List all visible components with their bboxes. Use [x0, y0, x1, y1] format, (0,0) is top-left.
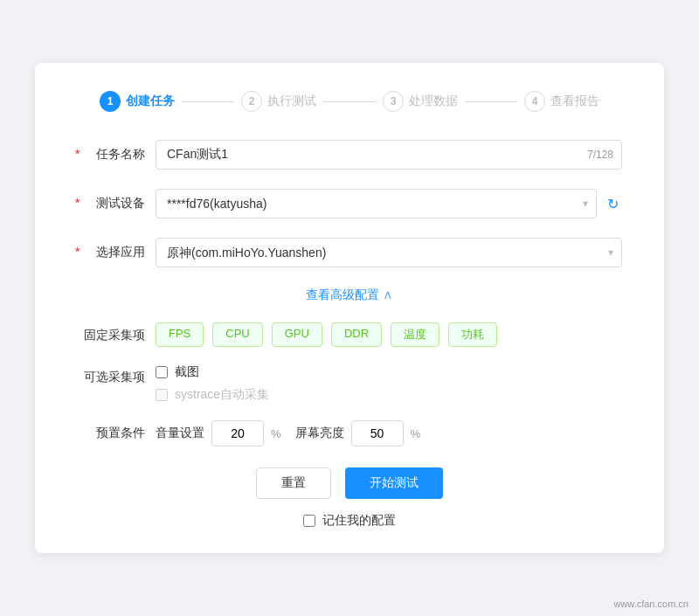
task-name-label: 任务名称 — [77, 147, 156, 163]
tag-ddr: DDR — [331, 322, 382, 347]
screenshot-label: 截图 — [175, 364, 199, 380]
volume-label: 音量设置 — [156, 426, 204, 441]
step-2: 2 执行测试 — [241, 91, 316, 112]
step-3-label: 处理数据 — [409, 93, 458, 109]
tag-temperature: 温度 — [391, 322, 439, 347]
tag-gpu: GPU — [272, 322, 322, 347]
step-1-circle: 1 — [100, 91, 121, 112]
device-control: ****fd76(katyusha) ▾ — [156, 189, 597, 218]
preset-label: 预置条件 — [77, 420, 156, 441]
app-row: 选择应用 原神(com.miHoYo.Yuanshen) ▾ — [77, 238, 622, 267]
systrace-label: systrace自动采集 — [175, 387, 269, 403]
app-control: 原神(com.miHoYo.Yuanshen) ▾ — [156, 238, 622, 267]
volume-unit: % — [271, 427, 281, 440]
app-select[interactable]: 原神(com.miHoYo.Yuanshen) — [156, 238, 622, 267]
stepper: 1 创建任务 2 执行测试 3 处理数据 4 查看报告 — [77, 91, 622, 112]
watermark: www.cfan.com.cn — [613, 599, 689, 609]
step-2-label: 执行测试 — [267, 93, 316, 109]
start-test-button[interactable]: 开始测试 — [345, 467, 443, 499]
optional-collection-label: 可选采集项 — [77, 364, 156, 385]
step-4: 4 查看报告 — [524, 91, 599, 112]
screenshot-checkbox[interactable] — [156, 366, 168, 378]
main-card: 1 创建任务 2 执行测试 3 处理数据 4 查看报告 任务名称 7/128 — [35, 63, 664, 553]
systrace-checkbox — [156, 389, 168, 401]
app-label: 选择应用 — [77, 245, 156, 260]
step-line-1 — [182, 101, 234, 102]
brightness-input[interactable] — [351, 420, 404, 446]
brightness-unit: % — [411, 427, 421, 440]
task-name-char-count: 7/128 — [587, 149, 613, 161]
screenshot-checkbox-row: 截图 — [156, 364, 269, 380]
step-4-label: 查看报告 — [550, 93, 599, 109]
step-line-2 — [323, 101, 376, 102]
device-label: 测试设备 — [77, 196, 156, 211]
preset-row: 预置条件 音量设置 % 屏幕亮度 % — [77, 420, 622, 446]
action-buttons-row: 重置 开始测试 — [77, 467, 622, 499]
optional-collection-items: 截图 systrace自动采集 — [156, 364, 269, 403]
step-4-circle: 4 — [524, 91, 545, 112]
device-select[interactable]: ****fd76(katyusha) — [156, 189, 597, 218]
advanced-config-link[interactable]: 查看高级配置 ∧ — [306, 287, 393, 301]
advanced-link-row: 查看高级配置 ∧ — [77, 287, 622, 303]
step-1-label: 创建任务 — [126, 93, 175, 109]
volume-input[interactable] — [211, 420, 264, 446]
brightness-item: 屏幕亮度 % — [295, 420, 421, 446]
fixed-collection-tags: FPS CPU GPU DDR 温度 功耗 — [156, 322, 497, 347]
remember-checkbox[interactable] — [303, 515, 315, 527]
reset-button[interactable]: 重置 — [256, 467, 331, 499]
task-name-input-wrapper: 7/128 — [156, 140, 622, 170]
step-3: 3 处理数据 — [383, 91, 458, 112]
step-1: 1 创建任务 — [100, 91, 175, 112]
fixed-collection-row: 固定采集项 FPS CPU GPU DDR 温度 功耗 — [77, 322, 622, 347]
systrace-checkbox-row: systrace自动采集 — [156, 387, 269, 403]
task-name-input[interactable] — [156, 140, 622, 170]
volume-item: 音量设置 % — [156, 420, 281, 446]
device-select-wrapper: ****fd76(katyusha) ▾ — [156, 189, 597, 218]
fixed-collection-label: 固定采集项 — [77, 322, 156, 343]
optional-collection-row: 可选采集项 截图 systrace自动采集 — [77, 364, 622, 403]
tag-cpu: CPU — [212, 322, 262, 347]
remember-row: 记住我的配置 — [77, 513, 622, 529]
brightness-label: 屏幕亮度 — [295, 426, 344, 441]
preset-controls: 音量设置 % 屏幕亮度 % — [156, 420, 420, 446]
task-name-row: 任务名称 7/128 — [77, 140, 622, 170]
step-3-circle: 3 — [383, 91, 404, 112]
step-line-3 — [465, 101, 517, 102]
remember-label: 记住我的配置 — [322, 513, 396, 529]
tag-fps: FPS — [156, 322, 204, 347]
device-row: 测试设备 ****fd76(katyusha) ▾ ↻ — [77, 189, 622, 218]
device-refresh-button[interactable]: ↻ — [604, 192, 622, 216]
app-select-wrapper: 原神(com.miHoYo.Yuanshen) ▾ — [156, 238, 622, 267]
step-2-circle: 2 — [241, 91, 262, 112]
task-name-control: 7/128 — [156, 140, 622, 170]
tag-power: 功耗 — [448, 322, 497, 347]
